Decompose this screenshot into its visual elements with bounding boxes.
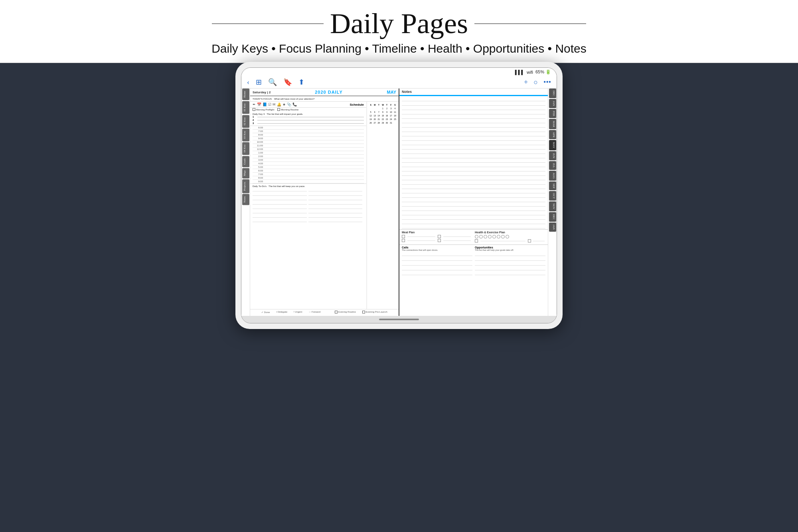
notes-title: Notes	[402, 90, 412, 94]
meal-section: Meal Plan	[402, 231, 472, 243]
tab-04key[interactable]: 04 Key	[242, 142, 249, 155]
tab-goals[interactable]: Goals	[242, 156, 249, 167]
calls-opp-sections: Calls The connections that will open doo…	[399, 244, 548, 277]
tab-mar[interactable]: MAR	[549, 119, 556, 129]
icon-phone: 📞	[292, 102, 297, 106]
icon-bell: 🔔	[277, 102, 281, 106]
tab-feb[interactable]: FEB	[549, 109, 556, 118]
key-item-1: 1	[253, 115, 364, 118]
todo-line	[253, 187, 307, 191]
health-circle[interactable]	[488, 235, 492, 238]
todo-line	[308, 187, 363, 191]
key-item-3: 3	[253, 122, 364, 125]
calls-line	[402, 252, 472, 256]
planner-body: Home 01 Key 02 Key 03 Key 04 Key Goals M…	[241, 89, 557, 316]
tab-jan-1[interactable]: JAN	[549, 99, 556, 108]
meal-checkbox[interactable]	[438, 235, 441, 238]
tab-may[interactable]: MAY	[549, 140, 556, 150]
tab-oct[interactable]: OCT	[549, 191, 556, 201]
focus-section: TODAY'S FOCUS What will have most of you…	[250, 96, 399, 102]
legend-delegate: • Delegate	[276, 311, 287, 313]
health-circle[interactable]	[497, 235, 500, 238]
legend-urgent: ! Urgent	[294, 311, 302, 313]
legend-forward: → Forward	[308, 311, 320, 313]
search-button[interactable]: 🔍	[268, 78, 277, 87]
tab-notes[interactable]: Notes	[242, 194, 249, 205]
add-button[interactable]: +	[524, 78, 528, 87]
health-circle[interactable]	[479, 235, 483, 238]
tab-aug[interactable]: AUG	[549, 171, 556, 181]
meal-checkbox[interactable]	[402, 239, 405, 242]
note-line	[402, 101, 545, 106]
evening-prelaunch-checkbox[interactable]	[362, 311, 365, 313]
meal-checkbox[interactable]	[402, 235, 405, 238]
schedule-label: Schedule	[350, 103, 364, 106]
todo-line	[308, 214, 363, 218]
health-circle[interactable]	[492, 235, 496, 238]
note-line	[402, 123, 545, 128]
tab-mtgs[interactable]: Mtgs	[242, 168, 249, 178]
tab-jul[interactable]: JUL	[549, 161, 556, 170]
time-slot-4pm: 4:00	[253, 162, 364, 166]
time-slot-9pm: 9:00	[253, 180, 364, 183]
meal-title: Meal Plan	[402, 231, 472, 234]
back-button[interactable]: ‹	[247, 78, 249, 87]
evening-routine-checkbox[interactable]	[335, 311, 338, 313]
note-line	[402, 110, 545, 114]
note-line	[402, 171, 545, 176]
todo-line	[253, 192, 307, 196]
preflight-checkbox[interactable]	[253, 108, 255, 111]
todo-col-2	[308, 187, 364, 223]
health-circle[interactable]	[501, 235, 505, 238]
meal-checkbox[interactable]	[438, 239, 441, 242]
health-circle[interactable]	[484, 235, 487, 238]
note-line	[402, 211, 545, 215]
month-label: MAY	[387, 90, 396, 95]
bookmark-button[interactable]: 🔖	[283, 78, 292, 87]
note-line	[402, 136, 545, 141]
time-slot-6pm: 6:00	[253, 169, 364, 173]
note-line	[402, 185, 545, 189]
todo-line	[253, 218, 307, 222]
tab-apr[interactable]: APR	[549, 130, 556, 140]
time-slot-3pm: 3:00	[253, 158, 364, 162]
tab-jan-2[interactable]: JAN	[549, 223, 556, 232]
circle-button[interactable]: ○	[533, 78, 538, 87]
health-checkbox[interactable]	[475, 239, 478, 242]
note-line	[402, 141, 545, 145]
tab-dec-top[interactable]: DEC	[549, 89, 556, 98]
icon-clip: 📎	[287, 102, 291, 106]
todo-line	[308, 209, 363, 213]
tab-home[interactable]: Home	[242, 89, 249, 100]
time-slot-5pm: 5:00	[253, 166, 364, 169]
cal-row: 192021 22232425	[369, 118, 397, 120]
tab-03key[interactable]: 03 Key	[242, 128, 249, 141]
mini-cal-table: S M T W T F S	[368, 103, 397, 125]
health-circle[interactable]	[475, 235, 478, 238]
tab-02key[interactable]: 02 Key	[242, 115, 249, 128]
grid-button[interactable]: ⊞	[256, 78, 262, 87]
tab-projects[interactable]: Projects	[242, 179, 249, 193]
legend-done: ✓ Done	[261, 311, 270, 313]
health-checkbox[interactable]	[528, 239, 531, 242]
more-button[interactable]: •••	[543, 78, 551, 87]
calls-section: Calls The connections that will open doo…	[402, 246, 472, 276]
calls-title: Calls	[402, 246, 472, 249]
share-button[interactable]: ⬆	[298, 78, 304, 87]
tab-01key[interactable]: 01 Key	[242, 101, 249, 114]
tab-sep[interactable]: SEP	[549, 181, 556, 190]
health-circle[interactable]	[506, 235, 509, 238]
opp-line	[475, 252, 545, 256]
note-line	[402, 215, 545, 220]
opp-title: Opportunities	[475, 246, 545, 249]
meal-row-1	[402, 235, 472, 238]
note-line	[402, 224, 545, 229]
tab-jun[interactable]: JUN	[549, 151, 556, 160]
todo-line	[253, 214, 307, 218]
tab-nov[interactable]: NOV	[549, 201, 556, 211]
time-slot-12pm: 12:00	[253, 148, 364, 151]
right-tabs: DEC JAN FEB MAR APR MAY JUN JUL AUG SEP …	[548, 89, 557, 316]
cal-row: 567 891011	[369, 110, 397, 113]
routine-checkbox[interactable]	[277, 108, 280, 111]
tab-dec-bot[interactable]: DEC	[549, 212, 556, 222]
